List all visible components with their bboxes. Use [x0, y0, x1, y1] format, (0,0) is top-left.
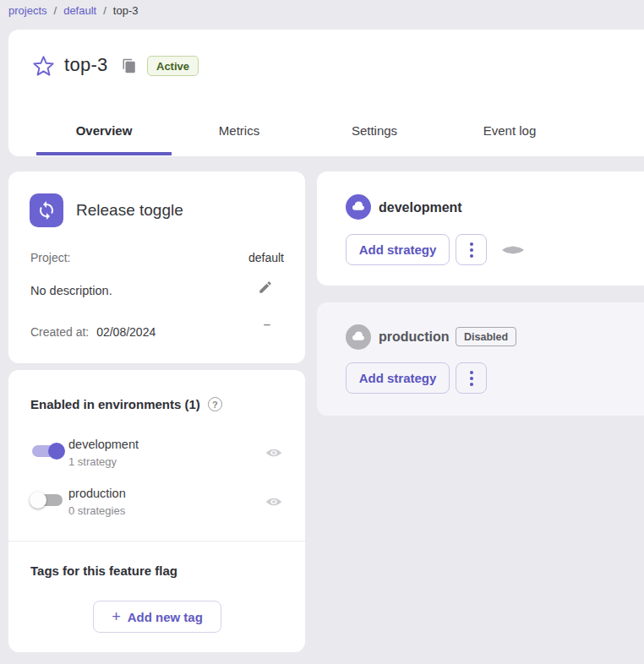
add-strategy-button-production[interactable]: Add strategy	[346, 362, 450, 394]
active-tab-indicator	[36, 152, 172, 155]
env-row-strategies-production: 0 strategies	[68, 504, 125, 517]
breadcrumb-link-projects[interactable]: projects	[8, 4, 47, 17]
toggle-development[interactable]	[28, 441, 67, 461]
environment-panel-production: production Disabled Add strategy	[317, 302, 644, 416]
toggle-production[interactable]	[28, 490, 67, 510]
cloud-environment-icon	[346, 194, 371, 220]
visibility-eye-icon[interactable]	[265, 495, 283, 509]
more-actions-button-production[interactable]	[456, 362, 487, 394]
plus-icon: +	[112, 609, 121, 624]
environment-name: development	[379, 200, 462, 215]
favorite-star-icon[interactable]	[32, 55, 55, 78]
last-seen-icon	[501, 244, 525, 256]
breadcrumb-separator: /	[54, 4, 57, 17]
more-actions-button-development[interactable]	[456, 234, 487, 265]
add-new-tag-label: Add new tag	[128, 610, 203, 624]
environments-card: Enabled in environments (1) ? developmen…	[8, 370, 305, 652]
toggle-knob	[48, 443, 65, 460]
tab-overview[interactable]: Overview	[36, 107, 172, 153]
disabled-badge: Disabled	[456, 327, 516, 346]
env-row-strategies-development: 1 strategy	[68, 455, 117, 468]
add-new-tag-button[interactable]: + Add new tag	[93, 601, 221, 633]
dot	[470, 371, 473, 374]
visibility-eye-icon[interactable]	[265, 446, 283, 460]
no-value-dash: –	[264, 317, 270, 331]
created-at-row: Created at: 02/08/2024	[30, 325, 156, 339]
tab-event-log[interactable]: Event log	[442, 107, 577, 153]
created-at-label: Created at:	[30, 325, 89, 339]
feature-details-card: Release toggle Project: default No descr…	[8, 171, 305, 363]
dot	[470, 377, 473, 380]
tab-settings[interactable]: Settings	[307, 107, 442, 153]
project-value: default	[248, 251, 284, 264]
env-row-name-production: production	[68, 487, 126, 500]
dot	[470, 242, 473, 246]
breadcrumb-link-default[interactable]: default	[63, 4, 96, 17]
environments-heading-text: Enabled in environments (1)	[30, 397, 200, 411]
edit-description-icon[interactable]	[258, 280, 273, 295]
project-label: Project:	[30, 251, 70, 264]
breadcrumb-separator: /	[103, 4, 106, 17]
feature-type-label: Release toggle	[76, 201, 183, 220]
environment-name: production	[379, 329, 450, 345]
help-icon[interactable]: ?	[208, 397, 222, 411]
feature-flag-page: projects / default / top-3 top-3 Active …	[0, 0, 644, 664]
env-row-name-development: development	[68, 438, 139, 451]
tab-metrics[interactable]: Metrics	[172, 107, 307, 153]
environment-panel-development: development Add strategy	[317, 171, 644, 286]
feature-header-card: top-3 Active Overview Metrics Settings E…	[8, 30, 644, 156]
tags-section-title: Tags for this feature flag	[30, 563, 177, 578]
dot	[470, 383, 473, 386]
breadcrumb: projects / default / top-3	[8, 3, 138, 18]
created-at-value: 02/08/2024	[96, 325, 156, 339]
breadcrumb-current: top-3	[113, 4, 139, 17]
page-title: top-3	[64, 54, 108, 76]
status-badge: Active	[147, 56, 199, 76]
add-strategy-button-development[interactable]: Add strategy	[346, 234, 450, 265]
environments-heading: Enabled in environments (1) ?	[30, 397, 222, 411]
toggle-knob	[30, 492, 46, 509]
release-toggle-icon	[30, 193, 63, 227]
description-text: No description.	[30, 284, 112, 297]
dot	[470, 254, 473, 258]
card-divider	[8, 541, 305, 542]
copy-name-icon[interactable]	[122, 58, 137, 73]
dot	[470, 248, 473, 252]
cloud-environment-icon	[346, 324, 371, 350]
